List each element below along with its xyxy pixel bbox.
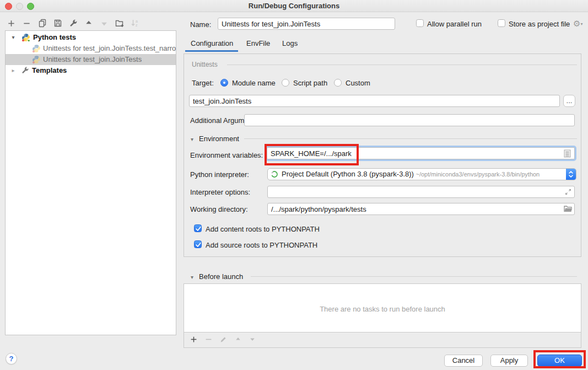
move-up-icon[interactable] <box>84 19 93 28</box>
tree-item-python-tests[interactable]: ▾ Python tests <box>6 32 176 43</box>
tree-item-templates[interactable]: ▸ Templates <box>6 65 176 76</box>
collapse-triangle-icon[interactable]: ▾ <box>10 32 17 43</box>
new-folder-icon[interactable] <box>115 19 124 28</box>
close-button[interactable] <box>5 3 12 10</box>
interpreter-options-input[interactable] <box>267 186 575 198</box>
before-launch-title: Before launch <box>199 272 243 281</box>
allow-parallel-run-checkbox[interactable] <box>416 19 424 27</box>
before-launch-panel: There are no tasks to run before launch <box>184 283 581 348</box>
store-as-project-file-label: Store as project file <box>509 20 570 28</box>
gear-icon[interactable]: ⚙▾ <box>573 19 582 28</box>
tree-item-label: Unittests for test_join.JoinTests <box>43 54 142 65</box>
interpreter-options-label: Interpreter options: <box>190 188 250 196</box>
expand-icon[interactable] <box>564 188 572 197</box>
target-script-path-radio[interactable] <box>282 79 289 87</box>
name-input[interactable] <box>218 18 395 30</box>
name-label: Name: <box>190 20 211 29</box>
add-content-roots-label: Add content roots to PYTHONPATH <box>206 225 320 233</box>
working-directory-input[interactable] <box>267 203 575 215</box>
python-interpreter-combo[interactable]: Project Default (Python 3.8 (pyspark-3.8… <box>267 168 576 180</box>
wrench-icon <box>21 66 30 75</box>
environment-group-title: Environment <box>199 135 239 143</box>
title-bar: Run/Debug Configurations <box>0 0 588 12</box>
env-vars-list-icon[interactable] <box>564 149 571 159</box>
expand-triangle-icon[interactable]: ▸ <box>10 65 17 76</box>
environment-variables-label: Environment variables: <box>190 151 263 159</box>
edit-pencil-icon[interactable] <box>220 336 227 345</box>
additional-arguments-input[interactable] <box>244 114 575 126</box>
before-launch-toolbar <box>184 332 581 347</box>
combo-spinner-icon[interactable] <box>566 169 576 180</box>
move-down-icon[interactable] <box>249 336 256 344</box>
tree-item-label: Python tests <box>33 32 76 43</box>
zoom-button[interactable] <box>27 3 34 10</box>
edit-templates-wrench-icon[interactable] <box>68 19 78 28</box>
tree-item-label: Templates <box>32 65 67 76</box>
target-label: Target: <box>192 79 214 87</box>
working-directory-label: Working directory: <box>190 205 248 213</box>
help-button[interactable]: ? <box>6 353 17 364</box>
environment-collapse-icon[interactable]: ▾ <box>191 136 193 142</box>
group-divider <box>244 138 577 139</box>
target-module-name-radio[interactable] <box>220 79 228 87</box>
tree-item-unittests-jointests-selected[interactable]: Unittests for test_join.JoinTests <box>6 54 176 65</box>
unittests-group-title: Unittests <box>192 61 218 68</box>
move-down-icon[interactable] <box>99 19 109 28</box>
ok-button[interactable]: OK <box>537 355 582 367</box>
cancel-button[interactable]: Cancel <box>444 355 483 367</box>
configurations-toolbar: az <box>7 17 139 29</box>
target-module-name-label[interactable]: Module name <box>232 79 276 87</box>
group-divider <box>251 276 577 277</box>
python-config-icon <box>32 44 41 53</box>
before-launch-empty-text: There are no tasks to run before launch <box>184 305 581 313</box>
add-source-roots-checkbox[interactable] <box>194 240 202 248</box>
copy-icon[interactable] <box>37 19 47 28</box>
add-content-roots-checkbox[interactable] <box>194 224 202 232</box>
move-up-icon[interactable] <box>235 336 241 344</box>
group-divider <box>227 65 577 65</box>
python-config-icon <box>32 55 41 64</box>
target-custom-radio[interactable] <box>334 79 342 87</box>
tab-configuration[interactable]: Configuration <box>191 39 233 47</box>
tab-envfile[interactable]: EnvFile <box>246 39 270 47</box>
sort-alphabetically-icon[interactable]: az <box>130 19 139 28</box>
environment-variables-input[interactable] <box>267 147 575 159</box>
target-module-input[interactable] <box>189 95 560 107</box>
add-source-roots-label: Add source roots to PYTHONPATH <box>206 241 317 249</box>
run-debug-configurations-dialog: Run/Debug Configurations az ▾ <box>0 0 588 370</box>
folder-icon[interactable] <box>564 205 573 215</box>
remove-icon[interactable] <box>22 19 31 28</box>
svg-text:a: a <box>136 19 138 23</box>
svg-text:z: z <box>136 23 138 27</box>
target-script-path-label[interactable]: Script path <box>293 79 327 87</box>
python-interpreter-value: Project Default (Python 3.8 (pyspark-3.8… <box>282 170 414 178</box>
save-icon[interactable] <box>53 19 62 28</box>
python-interpreter-label: Python interpreter: <box>190 170 249 179</box>
apply-button[interactable]: Apply <box>490 355 528 367</box>
browse-button[interactable]: ... <box>563 95 575 107</box>
configurations-tree: ▾ Python tests Unittests for <box>5 30 176 335</box>
target-custom-label[interactable]: Custom <box>346 79 370 87</box>
python-interpreter-path: ~/opt/miniconda3/envs/pyspark-3.8/bin/py… <box>416 171 540 178</box>
add-icon[interactable] <box>7 19 16 28</box>
conda-env-icon <box>271 170 278 180</box>
tab-logs[interactable]: Logs <box>282 39 298 47</box>
allow-parallel-run-label: Allow parallel run <box>427 20 482 28</box>
environment-variables-focus-ring <box>265 146 576 161</box>
window-title: Run/Debug Configurations <box>0 0 588 12</box>
tree-item-label: Unittests for test_join.JoinTests.test_n… <box>43 43 176 54</box>
active-tab-underline <box>185 50 238 52</box>
minimize-button[interactable] <box>16 3 23 10</box>
before-launch-collapse-icon[interactable]: ▾ <box>191 274 193 280</box>
python-tests-icon <box>21 33 30 42</box>
add-icon[interactable] <box>190 336 197 345</box>
store-as-project-file-checkbox[interactable] <box>498 19 505 27</box>
remove-icon[interactable] <box>205 336 212 345</box>
tree-item-unittests-test-narrow[interactable]: Unittests for test_join.JoinTests.test_n… <box>6 43 176 54</box>
